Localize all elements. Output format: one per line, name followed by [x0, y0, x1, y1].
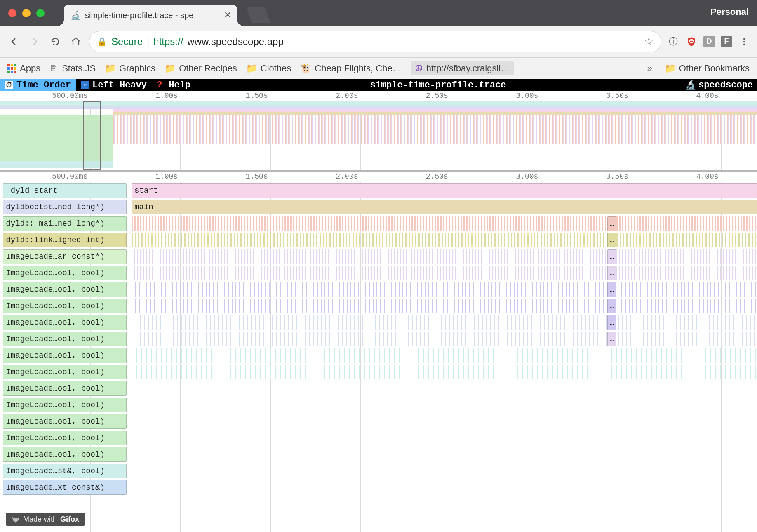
new-tab-button[interactable] [247, 7, 270, 23]
flame-frame[interactable]: ImageLoade…ool, bool) [3, 431, 127, 445]
url-protocol: https:// [153, 36, 183, 47]
ruler-tick: 500.00ms [52, 172, 90, 181]
bookmarks-overflow-button[interactable]: » [647, 63, 652, 74]
flame-frame-truncated[interactable]: … [607, 266, 616, 280]
flame-stripe-region[interactable] [132, 332, 757, 346]
flame-stripe-region[interactable] [132, 348, 757, 363]
flame-frame[interactable]: dyld::link…igned int) [3, 233, 127, 247]
view-left_heavy-button[interactable]: ⬅Left Heavy [76, 79, 152, 91]
flame-frame-truncated[interactable]: … [607, 249, 616, 264]
gifox-brand: Gifox [60, 515, 79, 524]
emoji-icon: 🐮 [300, 63, 311, 74]
bookmark-star-icon[interactable]: ☆ [644, 35, 654, 48]
svg-point-2 [743, 38, 745, 40]
flame-frame[interactable]: _dyld_start [3, 183, 127, 198]
extension-d-avatar-icon[interactable]: D [703, 36, 715, 47]
flame-frame-truncated[interactable]: … [607, 282, 616, 297]
flame-stripe-region[interactable] [132, 365, 757, 379]
flame-frame-truncated[interactable]: … [607, 299, 616, 313]
bookmark-item[interactable]: 🗎Stats.JS [49, 63, 96, 74]
home-button[interactable] [68, 35, 83, 48]
flame-stripe-region[interactable] [132, 266, 757, 280]
flame-frame-truncated[interactable]: … [607, 315, 616, 330]
flame-frame[interactable]: ImageLoade…ool, bool) [3, 348, 127, 363]
flame-frame[interactable]: ImageLoade…ool, bool) [3, 332, 127, 346]
reload-button[interactable] [48, 35, 63, 48]
back-button[interactable] [7, 35, 21, 48]
minimap-frame [113, 112, 757, 115]
bookmark-item[interactable]: 📁Graphics [105, 63, 155, 74]
flame-frame[interactable]: ImageLoade…ool, bool) [3, 315, 127, 330]
bookmark-item[interactable]: 📁Other Recipes [165, 63, 237, 74]
extension-f-avatar-icon[interactable]: F [721, 36, 732, 47]
flame-stripe-region[interactable] [132, 249, 757, 264]
file-icon: 🗎 [49, 63, 59, 74]
bookmark-item[interactable]: ☮http://sfbay.craigsli… [411, 61, 514, 75]
tab-favicon-microscope-icon: 🔬 [71, 10, 81, 20]
flame-frame[interactable]: start [132, 183, 757, 198]
minimap-frame [0, 106, 757, 109]
zoom-window-button[interactable] [36, 9, 45, 17]
extension-info-icon[interactable]: ⓘ [667, 35, 679, 48]
ruler-tick: 1.00s [155, 92, 180, 100]
forward-button[interactable] [27, 35, 42, 48]
minimize-window-button[interactable] [22, 9, 31, 17]
browser-menu-button[interactable] [738, 35, 750, 48]
flame-ruler[interactable]: 500.00ms1.00s1.50s2.00s2.50s3.00s3.50s4.… [0, 172, 757, 182]
bookmark-item[interactable]: 📁Clothes [246, 63, 292, 74]
flame-frame[interactable]: main [132, 200, 757, 214]
arrow-left-icon [9, 37, 19, 47]
left_heavy-icon: ⬅ [81, 81, 89, 89]
ruler-tick: 3.50s [606, 92, 631, 100]
window-titlebar: 🔬 simple-time-profile.trace - spe ✕ Pers… [0, 0, 757, 26]
flame-frame[interactable]: ImageLoade…ar const*) [3, 249, 127, 264]
url-bar[interactable]: 🔒 Secure | https://www.speedscope.app ☆ [89, 31, 661, 52]
minimap-ruler[interactable]: 500.00ms1.00s1.50s2.00s2.50s3.00s3.50s4.… [0, 91, 757, 101]
flame-frame[interactable]: ImageLoade…ool, bool) [3, 381, 127, 396]
flame-frame[interactable]: ImageLoade…ool, bool) [3, 414, 127, 429]
minimap-viewport[interactable] [83, 101, 101, 170]
flame-frame[interactable]: ImageLoade…ool, bool) [3, 398, 127, 412]
apps-label: Apps [20, 63, 40, 74]
flame-frame[interactable]: ImageLoade…xt const&) [3, 480, 127, 495]
flame-frame[interactable]: ImageLoade…ool, bool) [3, 365, 127, 379]
bookmark-item[interactable]: 🐮Cheap Flights, Che… [300, 63, 401, 74]
flame-frame[interactable]: dyld::_mai…ned long*) [3, 216, 127, 231]
profile-label[interactable]: Personal [710, 7, 749, 17]
ruler-tick: 2.00s [336, 172, 360, 181]
view-time_order-button[interactable]: ⏱Time Order [0, 79, 76, 91]
flame-frame-truncated[interactable]: … [607, 233, 616, 247]
flame-stripe-region[interactable] [132, 216, 757, 231]
time_order-icon: ⏱ [5, 81, 13, 89]
flame-frame[interactable]: ImageLoade…ool, bool) [3, 282, 127, 297]
ruler-tick: 2.50s [426, 172, 451, 181]
help-button[interactable]: ? Help [152, 79, 195, 91]
extension-ublock-icon[interactable] [685, 35, 698, 48]
bookmarks-apps-button[interactable]: Apps [7, 63, 40, 74]
flame-graph[interactable]: _dyld_startstartdyldbootst…ned long*)mai… [0, 182, 757, 532]
active-tab[interactable]: 🔬 simple-time-profile.trace - spe ✕ [64, 5, 237, 26]
flame-frame-truncated[interactable]: … [607, 332, 616, 346]
close-window-button[interactable] [8, 9, 16, 17]
ruler-tick: 2.50s [426, 92, 451, 100]
flame-stripe-region[interactable] [132, 299, 757, 313]
minimap[interactable] [0, 101, 757, 172]
view-label: Left Heavy [92, 80, 147, 90]
speedscope-brand[interactable]: 🔬 speedscope [681, 80, 757, 91]
flame-frame[interactable]: ImageLoade…ool, bool) [3, 447, 127, 462]
flame-frame[interactable]: ImageLoade…ool, bool) [3, 299, 127, 313]
brand-label: speedscope [698, 80, 753, 90]
urlbar-separator: | [147, 36, 149, 47]
flame-frame-truncated[interactable]: … [607, 216, 616, 231]
close-tab-button[interactable]: ✕ [224, 10, 231, 21]
flame-stripe-region[interactable] [132, 315, 757, 330]
flame-stripe-region[interactable] [132, 233, 757, 247]
other-bookmarks-button[interactable]: 📁 Other Bookmarks [665, 63, 750, 74]
flame-stripe-region[interactable] [132, 282, 757, 297]
flame-frame[interactable]: ImageLoade…st&, bool) [3, 464, 127, 478]
flame-frame[interactable]: dyldbootst…ned long*) [3, 200, 127, 214]
browser-toolbar: 🔒 Secure | https://www.speedscope.app ☆ … [0, 26, 757, 58]
minimap-frame [113, 115, 757, 144]
fox-icon [12, 516, 20, 524]
flame-frame[interactable]: ImageLoade…ool, bool) [3, 266, 127, 280]
